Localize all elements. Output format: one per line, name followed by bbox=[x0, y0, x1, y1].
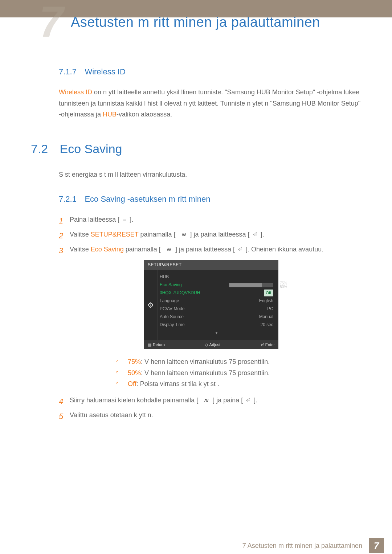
osd-hub-label: HUB bbox=[160, 273, 169, 280]
osd-adjust: ◇ Adjust bbox=[205, 341, 221, 348]
osd-footer: ▥ Return ◇ Adjust ⏎ Enter bbox=[144, 340, 278, 349]
osd-autosrc-label: Auto Source bbox=[160, 313, 184, 320]
step-1: Paina laitteessa [ ≡ ]. bbox=[59, 214, 361, 225]
wireless-id-paragraph: Wireless ID on n ytt laitteelle annettu … bbox=[31, 87, 361, 120]
section-number: 7.2 bbox=[31, 142, 58, 156]
subsection-number: 7.2.1 bbox=[59, 194, 77, 204]
subsection-717-heading: 7.1.7 Wireless ID bbox=[31, 67, 361, 77]
osd-enter-label: Enter bbox=[265, 341, 275, 348]
osd-pcav-value: PC bbox=[267, 305, 273, 312]
osd-row-menutrans: 0HQX 7UDQVSDUH Off bbox=[158, 289, 275, 297]
osd-autosrc-value: Manual bbox=[259, 313, 273, 320]
osd-gear-col: ⚙ bbox=[144, 270, 157, 340]
osd-pcav-label: PC/AV Mode bbox=[160, 305, 184, 312]
setup-reset-term: SETUP&RESET bbox=[91, 231, 139, 238]
osd-row-pcav: PC/AV Mode PC bbox=[158, 305, 275, 313]
bullet-off-label: Off bbox=[128, 380, 136, 387]
step-4-text-c: ]. bbox=[254, 397, 257, 404]
step-2-text-c: ] ja paina laitteessa [ bbox=[190, 231, 250, 238]
step-2-text-a: Valitse bbox=[70, 231, 91, 238]
osd-eco-label: Eco Saving bbox=[160, 281, 182, 288]
osd-menutrans-label: 0HQX 7UDQVSDUH bbox=[160, 289, 200, 296]
osd-return-label: Return bbox=[153, 341, 165, 348]
subsection-title: Eco Saving -asetuksen m ritt minen bbox=[85, 194, 210, 204]
enter-icon: ⏎ bbox=[252, 230, 259, 239]
subsection-number: 7.1.7 bbox=[59, 67, 77, 76]
step-4-text-b: ] ja paina [ bbox=[213, 397, 243, 404]
osd-row-disptime: Display Time 20 sec bbox=[158, 321, 275, 329]
osd-header: SETUP&RESET bbox=[144, 260, 278, 270]
steps-list: Paina laitteessa [ ≡ ]. Valitse SETUP&RE… bbox=[31, 214, 361, 420]
content-area: 7.1.7 Wireless ID Wireless ID on n ytt l… bbox=[31, 67, 361, 424]
subsection-title: Wireless ID bbox=[85, 67, 125, 76]
enter-icon: ⏎ bbox=[261, 341, 264, 348]
adjust-icon: ◇ bbox=[205, 341, 208, 348]
osd-eco-50: 50% bbox=[280, 285, 287, 289]
eco-saving-intro: S st energiaa s t m ll laitteen virranku… bbox=[31, 169, 361, 180]
osd-eco-slider-labels: 75% 50% bbox=[280, 282, 287, 289]
chapter-number-large: 7 bbox=[39, 0, 64, 46]
osd-row-language: Language English bbox=[158, 297, 275, 305]
osd-disptime-label: Display Time bbox=[160, 321, 185, 328]
chevron-down-icon: ▼ bbox=[158, 330, 275, 336]
step-2: Valitse SETUP&RESET painamalla [ ∧∨ ] ja… bbox=[59, 229, 361, 240]
step-3-text-d: ]. Oheinen ikkuna avautuu. bbox=[246, 246, 323, 253]
section-title: Eco Saving bbox=[60, 142, 122, 156]
osd-disptime-value: 20 sec bbox=[261, 321, 273, 328]
osd-eco-slider-fill bbox=[229, 283, 262, 287]
enter-icon: ⏎ bbox=[245, 396, 252, 405]
osd-row-hub: HUB bbox=[158, 273, 275, 281]
step-3-text-c: ] ja paina laitteessa [ bbox=[175, 246, 235, 253]
osd-row-ecosaving: Eco Saving 75% 50% bbox=[158, 281, 275, 289]
page-title: Asetusten m ritt minen ja palauttaminen bbox=[71, 15, 320, 30]
step-3-text-b: painamalla [ bbox=[126, 246, 161, 253]
osd-body: ⚙ HUB Eco Saving 75% bbox=[144, 270, 278, 340]
menu-icon: ≡ bbox=[121, 215, 128, 225]
bullet-50: 50%: V henn laitteen virrankulutus 75 pr… bbox=[116, 368, 361, 379]
osd-menutrans-value: Off bbox=[264, 290, 273, 296]
enter-icon: ⏎ bbox=[237, 245, 244, 254]
updown-icon: ∧∨ bbox=[163, 245, 173, 254]
header-accent bbox=[10, 7, 37, 10]
step-3: Valitse Eco Saving painamalla [ ∧∨ ] ja … bbox=[59, 244, 361, 390]
step-1-text-b: ]. bbox=[130, 216, 133, 223]
step-5: Valittu asetus otetaan k ytt n. bbox=[59, 410, 361, 421]
bullet-off-text: : Poista virrans st tila k yt st . bbox=[136, 380, 219, 387]
osd-return: ▥ Return bbox=[148, 341, 165, 348]
osd-row-autosrc: Auto Source Manual bbox=[158, 313, 275, 321]
bullet-50-label: 50% bbox=[128, 369, 141, 377]
hub-term: HUB bbox=[103, 111, 117, 118]
osd-list: HUB Eco Saving 75% 50% bbox=[157, 270, 278, 340]
return-icon: ▥ bbox=[148, 341, 151, 348]
eco-saving-term: Eco Saving bbox=[91, 246, 124, 253]
step-4-text-a: Siirry haluamasi kielen kohdalle painama… bbox=[70, 397, 198, 404]
bullet-75-label: 75% bbox=[128, 358, 141, 365]
osd-panel: SETUP&RESET ⚙ HUB Eco Saving bbox=[144, 260, 278, 349]
osd-lang-label: Language bbox=[160, 297, 179, 304]
step-2-text-b: painamalla [ bbox=[140, 231, 175, 238]
step-2-text-d: ]. bbox=[261, 231, 264, 238]
updown-icon: ∧∨ bbox=[177, 230, 188, 239]
bullet-50-text: : V henn laitteen virrankulutus 75 prose… bbox=[141, 369, 270, 377]
section-72-heading: 7.2 Eco Saving bbox=[31, 142, 361, 156]
step-4: Siirry haluamasi kielen kohdalle painama… bbox=[59, 395, 361, 406]
osd-eco-slider bbox=[229, 283, 273, 287]
step-5-text: Valittu asetus otetaan k ytt n. bbox=[70, 411, 153, 419]
step-3-text-a: Valitse bbox=[70, 246, 91, 253]
bullet-off: Off: Poista virrans st tila k yt st . bbox=[116, 378, 361, 390]
osd-eco-slider-wrap: 75% 50% bbox=[229, 283, 273, 287]
page-footer: 7 Asetusten m ritt minen ja palauttamine… bbox=[0, 537, 392, 554]
osd-lang-value: English bbox=[259, 297, 273, 304]
page-number-badge: 7 bbox=[369, 538, 384, 553]
wireless-id-body-2: -valikon alaosassa. bbox=[117, 111, 172, 118]
gear-icon: ⚙ bbox=[147, 301, 155, 309]
updown-icon: ∧∨ bbox=[200, 396, 211, 405]
eco-bullets: 75%: V henn laitteen virrankulutus 75 pr… bbox=[70, 356, 361, 390]
step-1-text-a: Paina laitteessa [ bbox=[70, 216, 119, 223]
wireless-id-term: Wireless ID bbox=[59, 89, 92, 96]
osd-adjust-label: Adjust bbox=[209, 341, 221, 348]
bullet-75-text: : V henn laitteen virrankulutus 75 prose… bbox=[141, 358, 270, 365]
footer-text: 7 Asetusten m ritt minen ja palauttamine… bbox=[242, 542, 362, 550]
subsection-721-heading: 7.2.1 Eco Saving -asetuksen m ritt minen bbox=[31, 194, 361, 204]
bullet-75: 75%: V henn laitteen virrankulutus 75 pr… bbox=[116, 356, 361, 368]
